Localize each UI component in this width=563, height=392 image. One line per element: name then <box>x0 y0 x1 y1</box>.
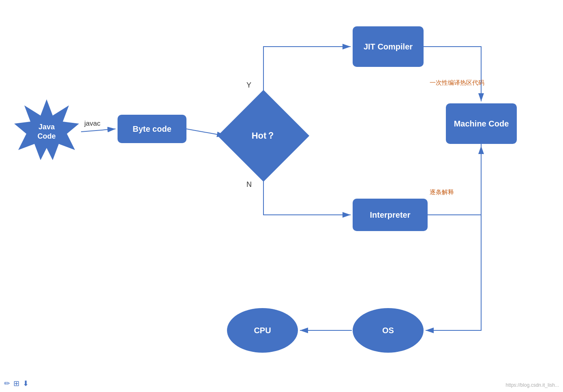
java-code-node: Java Code <box>12 97 81 166</box>
os-node: OS <box>353 308 424 353</box>
arrow-java-byte <box>81 129 116 132</box>
hot-compile-label: 一次性编译热区代码 <box>430 79 484 87</box>
arrow-jit-machine <box>424 47 481 101</box>
machine-code-node: Machine Code <box>446 103 517 144</box>
n-label: N <box>246 180 252 189</box>
arrow-interpreter-machine <box>428 146 481 215</box>
y-label: Y <box>246 81 251 90</box>
grid-icon[interactable]: ⊞ <box>13 379 19 388</box>
export-icon[interactable]: ⬇ <box>23 379 29 388</box>
byte-code-node: Byte code <box>118 115 186 143</box>
watermark: https://blog.csdn.it_lish... <box>506 382 559 388</box>
arrow-machine-os <box>426 144 481 330</box>
jit-compiler-node: JIT Compiler <box>353 26 424 67</box>
interpret-label: 逐条解释 <box>430 189 454 196</box>
javac-label: javac <box>84 120 101 128</box>
hot-question-node: Hot？ <box>227 99 300 172</box>
interpreter-node: Interpreter <box>353 199 428 231</box>
diagram: Java Code javac Byte code Hot？ Y N JIT C… <box>0 0 563 392</box>
cpu-node: CPU <box>227 308 298 353</box>
toolbar: ✏ ⊞ ⬇ <box>4 379 29 388</box>
edit-icon[interactable]: ✏ <box>4 379 10 388</box>
hot-label: Hot？ <box>252 130 276 142</box>
arrow-hot-interpreter <box>263 172 351 215</box>
arrow-hot-jit <box>263 47 351 99</box>
java-code-label: Java Code <box>30 122 64 141</box>
